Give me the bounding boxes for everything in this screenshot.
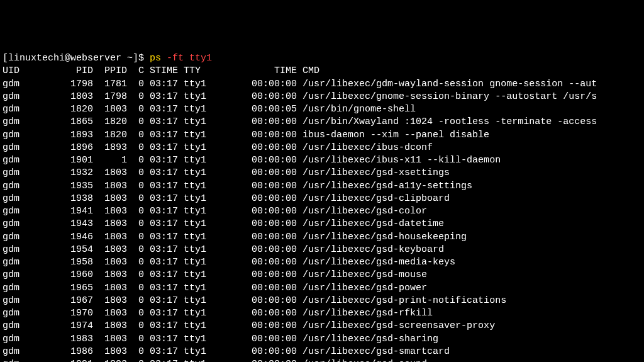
- process-row: gdm 1983 1803 0 03:17 tty1 00:00:00 /usr…: [3, 333, 641, 346]
- process-row: gdm 1935 1803 0 03:17 tty1 00:00:00 /usr…: [3, 180, 641, 193]
- terminal-output[interactable]: [linuxtechi@webserver ~]$ ps -ft tty1UID…: [3, 52, 641, 362]
- process-row: gdm 1967 1803 0 03:17 tty1 00:00:00 /usr…: [3, 295, 641, 307]
- process-row: gdm 1943 1803 0 03:17 tty1 00:00:00 /usr…: [3, 218, 641, 230]
- process-row: gdm 1965 1803 0 03:17 tty1 00:00:00 /usr…: [3, 282, 641, 295]
- prompt-line-1: [linuxtechi@webserver ~]$ ps -ft tty1: [3, 52, 641, 65]
- process-row: gdm 1991 1803 0 03:17 tty1 00:00:00 /usr…: [3, 358, 641, 362]
- process-row: gdm 1938 1803 0 03:17 tty1 00:00:00 /usr…: [3, 193, 641, 205]
- process-row: gdm 1954 1803 0 03:17 tty1 00:00:00 /usr…: [3, 244, 641, 256]
- process-row: gdm 1941 1803 0 03:17 tty1 00:00:00 /usr…: [3, 205, 641, 218]
- process-row: gdm 1970 1803 0 03:17 tty1 00:00:00 /usr…: [3, 307, 641, 320]
- command-name: ps: [150, 53, 161, 64]
- process-row: gdm 1820 1803 0 03:17 tty1 00:00:05 /usr…: [3, 103, 641, 116]
- process-row: gdm 1974 1803 0 03:17 tty1 00:00:00 /usr…: [3, 320, 641, 332]
- command-args: -ft tty1: [161, 53, 212, 64]
- process-row: gdm 1803 1798 0 03:17 tty1 00:00:00 /usr…: [3, 91, 641, 103]
- process-row: gdm 1893 1820 0 03:17 tty1 00:00:00 ibus…: [3, 129, 641, 142]
- prompt-user-host: [linuxtechi@webserver ~]$: [3, 53, 150, 64]
- process-row: gdm 1958 1803 0 03:17 tty1 00:00:00 /usr…: [3, 256, 641, 269]
- process-row: gdm 1865 1820 0 03:17 tty1 00:00:00 /usr…: [3, 116, 641, 128]
- process-list: gdm 1798 1781 0 03:17 tty1 00:00:00 /usr…: [3, 78, 641, 363]
- ps-header-row: UID PID PPID C STIME TTY TIME CMD: [3, 65, 641, 77]
- process-row: gdm 1932 1803 0 03:17 tty1 00:00:00 /usr…: [3, 167, 641, 179]
- process-row: gdm 1798 1781 0 03:17 tty1 00:00:00 /usr…: [3, 78, 641, 91]
- process-row: gdm 1946 1803 0 03:17 tty1 00:00:00 /usr…: [3, 231, 641, 244]
- process-row: gdm 1986 1803 0 03:17 tty1 00:00:00 /usr…: [3, 346, 641, 358]
- process-row: gdm 1901 1 0 03:17 tty1 00:00:00 /usr/li…: [3, 154, 641, 167]
- process-row: gdm 1896 1893 0 03:17 tty1 00:00:00 /usr…: [3, 142, 641, 154]
- process-row: gdm 1960 1803 0 03:17 tty1 00:00:00 /usr…: [3, 269, 641, 281]
